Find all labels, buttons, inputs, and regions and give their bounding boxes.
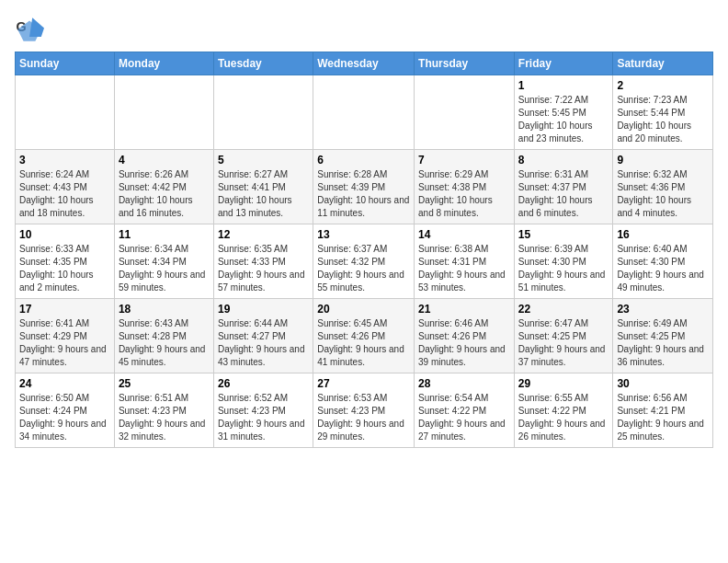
weekday-header: Wednesday [313, 52, 415, 75]
day-info: Sunrise: 6:54 AM Sunset: 4:22 PM Dayligh… [418, 392, 510, 443]
calendar-cell: 25Sunrise: 6:51 AM Sunset: 4:23 PM Dayli… [114, 373, 213, 448]
calendar-cell: 8Sunrise: 6:31 AM Sunset: 4:37 PM Daylig… [514, 150, 613, 224]
calendar-cell: 23Sunrise: 6:49 AM Sunset: 4:25 PM Dayli… [613, 299, 713, 373]
calendar-week-row: 1Sunrise: 7:22 AM Sunset: 5:45 PM Daylig… [16, 75, 713, 150]
calendar-cell: 1Sunrise: 7:22 AM Sunset: 5:45 PM Daylig… [514, 75, 613, 150]
calendar-week-row: 3Sunrise: 6:24 AM Sunset: 4:43 PM Daylig… [16, 150, 713, 224]
calendar-cell: 21Sunrise: 6:46 AM Sunset: 4:26 PM Dayli… [415, 299, 515, 373]
day-number: 5 [218, 154, 309, 167]
day-info: Sunrise: 7:23 AM Sunset: 5:44 PM Dayligh… [617, 94, 709, 145]
day-info: Sunrise: 6:32 AM Sunset: 4:36 PM Dayligh… [617, 168, 709, 220]
day-number: 26 [218, 377, 309, 390]
calendar-cell: 5Sunrise: 6:27 AM Sunset: 4:41 PM Daylig… [213, 150, 313, 224]
day-number: 8 [518, 154, 609, 167]
calendar-cell: 27Sunrise: 6:53 AM Sunset: 4:23 PM Dayli… [313, 373, 415, 448]
calendar-cell: 26Sunrise: 6:52 AM Sunset: 4:23 PM Dayli… [213, 373, 313, 448]
day-info: Sunrise: 6:46 AM Sunset: 4:26 PM Dayligh… [418, 317, 510, 369]
day-info: Sunrise: 6:28 AM Sunset: 4:39 PM Dayligh… [317, 168, 410, 220]
weekday-row: SundayMondayTuesdayWednesdayThursdayFrid… [16, 52, 713, 75]
calendar-cell: 14Sunrise: 6:38 AM Sunset: 4:31 PM Dayli… [415, 224, 515, 299]
calendar-cell: 24Sunrise: 6:50 AM Sunset: 4:24 PM Dayli… [16, 373, 115, 448]
day-info: Sunrise: 6:45 AM Sunset: 4:26 PM Dayligh… [317, 317, 410, 369]
calendar-cell: 3Sunrise: 6:24 AM Sunset: 4:43 PM Daylig… [16, 150, 115, 224]
page-header: G [15, 15, 713, 44]
day-info: Sunrise: 6:56 AM Sunset: 4:21 PM Dayligh… [617, 392, 709, 443]
svg-marker-2 [29, 17, 44, 37]
calendar-cell [213, 75, 313, 150]
weekday-header: Monday [114, 52, 213, 75]
day-info: Sunrise: 6:29 AM Sunset: 4:38 PM Dayligh… [418, 168, 510, 220]
day-info: Sunrise: 6:24 AM Sunset: 4:43 PM Dayligh… [19, 168, 110, 220]
calendar-cell [114, 75, 213, 150]
calendar-body: 1Sunrise: 7:22 AM Sunset: 5:45 PM Daylig… [16, 75, 713, 448]
calendar-cell: 19Sunrise: 6:44 AM Sunset: 4:27 PM Dayli… [213, 299, 313, 373]
day-info: Sunrise: 6:50 AM Sunset: 4:24 PM Dayligh… [19, 392, 110, 443]
day-info: Sunrise: 6:41 AM Sunset: 4:29 PM Dayligh… [19, 317, 110, 369]
day-number: 21 [418, 303, 510, 316]
calendar-cell: 30Sunrise: 6:56 AM Sunset: 4:21 PM Dayli… [613, 373, 713, 448]
calendar-cell: 18Sunrise: 6:43 AM Sunset: 4:28 PM Dayli… [114, 299, 213, 373]
day-info: Sunrise: 6:52 AM Sunset: 4:23 PM Dayligh… [218, 392, 309, 443]
day-number: 17 [19, 303, 110, 316]
day-info: Sunrise: 6:43 AM Sunset: 4:28 PM Dayligh… [119, 317, 210, 369]
calendar-cell: 12Sunrise: 6:35 AM Sunset: 4:33 PM Dayli… [213, 224, 313, 299]
calendar-cell: 20Sunrise: 6:45 AM Sunset: 4:26 PM Dayli… [313, 299, 415, 373]
day-number: 4 [119, 154, 210, 167]
day-info: Sunrise: 6:33 AM Sunset: 4:35 PM Dayligh… [19, 243, 110, 294]
calendar-cell: 15Sunrise: 6:39 AM Sunset: 4:30 PM Dayli… [514, 224, 613, 299]
day-info: Sunrise: 6:55 AM Sunset: 4:22 PM Dayligh… [518, 392, 609, 443]
calendar-cell: 10Sunrise: 6:33 AM Sunset: 4:35 PM Dayli… [16, 224, 115, 299]
day-number: 3 [19, 154, 110, 167]
weekday-header: Thursday [415, 52, 515, 75]
calendar-cell: 16Sunrise: 6:40 AM Sunset: 4:30 PM Dayli… [613, 224, 713, 299]
calendar-cell: 13Sunrise: 6:37 AM Sunset: 4:32 PM Dayli… [313, 224, 415, 299]
calendar-cell: 17Sunrise: 6:41 AM Sunset: 4:29 PM Dayli… [16, 299, 115, 373]
day-number: 10 [19, 228, 110, 241]
day-number: 28 [418, 377, 510, 390]
calendar-cell: 6Sunrise: 6:28 AM Sunset: 4:39 PM Daylig… [313, 150, 415, 224]
day-info: Sunrise: 6:31 AM Sunset: 4:37 PM Dayligh… [518, 168, 609, 220]
day-info: Sunrise: 6:38 AM Sunset: 4:31 PM Dayligh… [418, 243, 510, 294]
day-number: 13 [317, 228, 410, 241]
calendar-week-row: 24Sunrise: 6:50 AM Sunset: 4:24 PM Dayli… [16, 373, 713, 448]
calendar-header: SundayMondayTuesdayWednesdayThursdayFrid… [16, 52, 713, 75]
calendar-cell: 11Sunrise: 6:34 AM Sunset: 4:34 PM Dayli… [114, 224, 213, 299]
day-info: Sunrise: 6:49 AM Sunset: 4:25 PM Dayligh… [617, 317, 709, 369]
day-number: 27 [317, 377, 410, 390]
calendar-cell: 28Sunrise: 6:54 AM Sunset: 4:22 PM Dayli… [415, 373, 515, 448]
day-number: 24 [19, 377, 110, 390]
calendar-cell: 9Sunrise: 6:32 AM Sunset: 4:36 PM Daylig… [613, 150, 713, 224]
calendar-cell [16, 75, 115, 150]
day-number: 12 [218, 228, 309, 241]
day-number: 20 [317, 303, 410, 316]
calendar-cell: 4Sunrise: 6:26 AM Sunset: 4:42 PM Daylig… [114, 150, 213, 224]
day-number: 11 [119, 228, 210, 241]
weekday-header: Saturday [613, 52, 713, 75]
day-number: 2 [617, 79, 709, 92]
day-info: Sunrise: 6:44 AM Sunset: 4:27 PM Dayligh… [218, 317, 309, 369]
day-number: 23 [617, 303, 709, 316]
day-info: Sunrise: 6:47 AM Sunset: 4:25 PM Dayligh… [518, 317, 609, 369]
logo-icon: G [15, 15, 44, 44]
day-info: Sunrise: 6:53 AM Sunset: 4:23 PM Dayligh… [317, 392, 410, 443]
day-number: 9 [617, 154, 709, 167]
day-info: Sunrise: 6:39 AM Sunset: 4:30 PM Dayligh… [518, 243, 609, 294]
logo: G [15, 15, 48, 44]
calendar-cell: 29Sunrise: 6:55 AM Sunset: 4:22 PM Dayli… [514, 373, 613, 448]
weekday-header: Friday [514, 52, 613, 75]
weekday-header: Tuesday [213, 52, 313, 75]
day-info: Sunrise: 7:22 AM Sunset: 5:45 PM Dayligh… [518, 94, 609, 145]
calendar-cell [313, 75, 415, 150]
day-number: 18 [119, 303, 210, 316]
day-number: 6 [317, 154, 410, 167]
day-number: 19 [218, 303, 309, 316]
day-info: Sunrise: 6:40 AM Sunset: 4:30 PM Dayligh… [617, 243, 709, 294]
day-number: 30 [617, 377, 709, 390]
day-number: 1 [518, 79, 609, 92]
day-number: 15 [518, 228, 609, 241]
calendar-cell [415, 75, 515, 150]
calendar-cell: 22Sunrise: 6:47 AM Sunset: 4:25 PM Dayli… [514, 299, 613, 373]
day-info: Sunrise: 6:34 AM Sunset: 4:34 PM Dayligh… [119, 243, 210, 294]
day-info: Sunrise: 6:37 AM Sunset: 4:32 PM Dayligh… [317, 243, 410, 294]
calendar-cell: 2Sunrise: 7:23 AM Sunset: 5:44 PM Daylig… [613, 75, 713, 150]
